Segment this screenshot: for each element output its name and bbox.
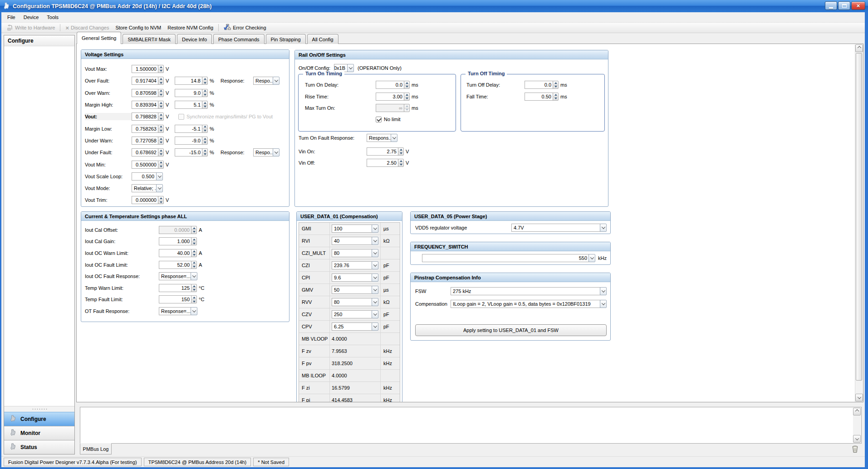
margin-high-pct-spinner[interactable]: [202, 101, 208, 109]
margin-low-spinner[interactable]: [158, 125, 164, 133]
titlebar[interactable]: Configuration TPSM8D6C24 @ PMBus Addr 20…: [0, 0, 868, 12]
chevron-down-icon[interactable]: [372, 286, 378, 294]
over-warn-input[interactable]: [132, 89, 158, 97]
sidebar-tree-area[interactable]: [4, 46, 74, 406]
tab-general-setting[interactable]: General Setting: [77, 32, 121, 44]
store-config-to-nvm-button[interactable]: Store Config to NVM: [112, 24, 164, 31]
under-warn-spinner[interactable]: [158, 137, 164, 145]
chevron-down-icon[interactable]: [600, 300, 607, 308]
over-fault-input[interactable]: [132, 77, 158, 85]
apply-setting-button[interactable]: Apply setting to USER_DATA_01 and FSW: [415, 324, 607, 336]
margin-low-pct-spinner[interactable]: [202, 125, 208, 133]
over-fault-pct-spinner[interactable]: [202, 77, 208, 85]
under-fault-pct-spinner[interactable]: [202, 148, 208, 156]
gmv-dropdown[interactable]: 50: [332, 286, 378, 294]
menu-tools[interactable]: Tools: [43, 13, 63, 21]
sidebar-item-monitor[interactable]: Monitor: [4, 426, 74, 440]
chevron-down-icon[interactable]: [273, 77, 280, 85]
fsw-dropdown[interactable]: 275 kHz: [451, 287, 607, 295]
fall-time-input[interactable]: [525, 93, 553, 101]
under-fault-input[interactable]: [132, 148, 158, 156]
vout-trim-spinner[interactable]: [158, 196, 164, 204]
compensation-dropdown[interactable]: ILoop gain = 2, VLoop gain = 0.5, data b…: [451, 300, 607, 308]
temp-warn-limit-spinner[interactable]: [191, 284, 197, 292]
chevron-down-icon[interactable]: [588, 254, 595, 262]
chevron-down-icon[interactable]: [191, 307, 197, 315]
chevron-down-icon[interactable]: [372, 310, 378, 318]
log-scroll-down-icon[interactable]: [853, 435, 861, 443]
fall-time-spinner[interactable]: [553, 93, 559, 101]
under-warn-pct-spinner[interactable]: [202, 137, 208, 145]
vin-on-spinner[interactable]: [398, 147, 404, 156]
turn-off-delay-spinner[interactable]: [553, 81, 559, 89]
chevron-down-icon[interactable]: [372, 225, 378, 233]
czv-dropdown[interactable]: 250: [332, 310, 378, 318]
over-warn-spinner[interactable]: [158, 89, 164, 97]
iout-oc-fault-limit-spinner[interactable]: [191, 261, 197, 269]
rise-time-spinner[interactable]: [404, 93, 410, 101]
over-fault-response-dropdown[interactable]: Respo...: [253, 77, 280, 85]
turn-on-delay-input[interactable]: [376, 81, 404, 89]
chevron-down-icon[interactable]: [600, 287, 607, 295]
chevron-down-icon[interactable]: [391, 134, 397, 142]
ot-fault-response-dropdown[interactable]: Response=...: [159, 307, 197, 315]
margin-high-spinner[interactable]: [158, 101, 164, 109]
vout-min-spinner[interactable]: [158, 161, 164, 169]
vdd5-dropdown[interactable]: 4.7V: [511, 224, 607, 232]
no-limit-checkbox[interactable]: [376, 117, 382, 122]
over-warn-pct-spinner[interactable]: [202, 89, 208, 97]
temp-fault-limit-input[interactable]: [159, 295, 191, 303]
chevron-down-icon[interactable]: [372, 237, 378, 245]
chevron-down-icon[interactable]: [273, 148, 280, 156]
tab-pin-strapping[interactable]: Pin Strapping: [266, 34, 306, 44]
turn-on-fault-response-dropdown[interactable]: Respons...: [367, 134, 397, 142]
error-checking-button[interactable]: Error Checking: [221, 23, 269, 32]
chevron-down-icon[interactable]: [372, 298, 378, 306]
vout-scale-loop-dropdown[interactable]: 0.500: [132, 172, 163, 181]
frequency-switch-input[interactable]: [422, 254, 589, 262]
chevron-down-icon[interactable]: [372, 261, 378, 269]
iout-oc-warn-limit-input[interactable]: [159, 249, 191, 257]
vout-trim-input[interactable]: [132, 196, 158, 204]
iout-cal-gain-input[interactable]: [159, 237, 191, 245]
close-button[interactable]: ×: [851, 1, 865, 10]
iout-cal-offset-input[interactable]: [159, 226, 191, 234]
menu-device[interactable]: Device: [20, 13, 43, 21]
vin-off-spinner[interactable]: [398, 159, 404, 167]
cpi-dropdown[interactable]: 9.6: [332, 274, 378, 282]
turn-off-delay-input[interactable]: [525, 81, 553, 89]
pmbus-log-box[interactable]: [80, 407, 862, 444]
temp-warn-limit-input[interactable]: [159, 284, 191, 292]
clear-log-trash-icon[interactable]: [851, 445, 859, 454]
pmbus-log-tab[interactable]: PMBus Log: [80, 443, 112, 454]
iout-oc-fault-response-dropdown[interactable]: Response=...: [159, 272, 197, 280]
iout-cal-gain-spinner[interactable]: [191, 237, 197, 245]
sidebar-splitter[interactable]: [4, 406, 74, 412]
scroll-up-icon[interactable]: [855, 44, 863, 52]
temp-fault-limit-spinner[interactable]: [191, 295, 197, 303]
main-scrollbar[interactable]: [855, 44, 863, 402]
vout-spinner[interactable]: [158, 112, 164, 121]
vout-mode-dropdown[interactable]: Relative; ...: [132, 184, 163, 192]
margin-low-pct-input[interactable]: [175, 125, 202, 133]
chevron-down-icon[interactable]: [600, 224, 607, 232]
chevron-down-icon[interactable]: [372, 322, 378, 331]
chevron-down-icon[interactable]: [372, 249, 378, 257]
rvv-dropdown[interactable]: 80: [332, 298, 378, 306]
restore-nvm-config-button[interactable]: Restore NVM Config: [164, 24, 216, 31]
write-to-hardware-button[interactable]: Write to Hardware: [4, 24, 58, 32]
margin-high-pct-input[interactable]: [175, 101, 202, 109]
vin-on-input[interactable]: [367, 147, 398, 156]
under-fault-response-dropdown[interactable]: Respo...: [253, 148, 280, 156]
margin-low-input[interactable]: [132, 125, 158, 133]
iout-oc-fault-limit-input[interactable]: [159, 261, 191, 269]
under-warn-pct-input[interactable]: [175, 137, 202, 145]
iout-cal-offset-spinner[interactable]: [191, 226, 197, 234]
rise-time-input[interactable]: [376, 93, 404, 101]
tab-smbalert-mask[interactable]: SMBALERT# Mask: [123, 34, 176, 44]
iout-oc-warn-limit-spinner[interactable]: [191, 249, 197, 257]
vin-off-input[interactable]: [367, 159, 398, 167]
over-fault-pct-input[interactable]: [175, 77, 202, 85]
over-fault-spinner[interactable]: [158, 77, 164, 85]
scrollbar-thumb[interactable]: [856, 53, 862, 381]
